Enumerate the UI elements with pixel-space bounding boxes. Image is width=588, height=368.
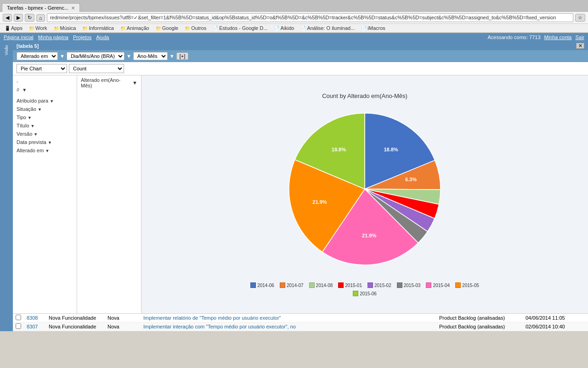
my-account-link[interactable]: Minha conta [544, 34, 572, 40]
app-header: Página inicial Minha página Projetos Aju… [0, 33, 588, 41]
nav-projects[interactable]: Projetos [73, 34, 91, 40]
bookmark-musica[interactable]: 📁 Música [52, 25, 78, 31]
filter-period-select[interactable]: Ano-Mês [133, 52, 168, 60]
label-2015-04: 21.9% [362, 233, 376, 238]
tab-title: Tarefas - bpmex - Gerenc... [7, 5, 68, 11]
chart-type-select[interactable]: Pie Chart Bar Chart Line Chart [17, 64, 67, 73]
table-label: [tabela 5] [17, 43, 39, 49]
legend-item-2014-06: 2014-06 [250, 282, 274, 288]
bookmark-aikido[interactable]: 📄 Aikido [272, 25, 296, 31]
legend-item-2015-03: 2015-03 [397, 282, 421, 288]
filter-hash[interactable]: # ▼ [13, 86, 77, 94]
filter-date-format-select[interactable]: Dia/Mês/Ano (BRA) [67, 52, 124, 60]
filter-versao[interactable]: Versão ▼ [13, 130, 77, 138]
legend-item-2014-08: 2014-08 [309, 282, 333, 288]
row-subject[interactable]: Implementar relatório de "Tempo médio po… [143, 315, 435, 321]
legend-label-2015-05: 2015-05 [462, 283, 479, 288]
table-row: 8308 Nova Funcionalidade Nova Implementa… [13, 314, 588, 322]
add-filter-btn[interactable]: [+] [176, 52, 189, 60]
row-subject[interactable]: Implementar interação com "Tempo médio p… [143, 324, 435, 329]
bookmark-imacros[interactable]: 📄 iMacros [359, 25, 387, 31]
row-type: Nova Funcionalidade [49, 324, 104, 329]
forward-btn[interactable]: ▶ [14, 14, 23, 22]
bookmark-apps[interactable]: 📱 Apps [3, 25, 24, 31]
tab-close-btn[interactable]: ✕ [71, 6, 75, 11]
left-sidebar: Visão [0, 41, 13, 331]
bookmark-google[interactable]: 📁 Google [154, 25, 180, 31]
column-label: Alterado em(Ano-Mês) [81, 77, 131, 88]
row-checkbox[interactable] [16, 323, 21, 329]
legend-color-2014-06 [250, 282, 256, 288]
refresh-btn[interactable]: ↻ [25, 14, 34, 22]
filter-dash[interactable]: - [13, 77, 77, 86]
filter-situacao[interactable]: Situação ▼ [13, 105, 77, 113]
app-nav: Página inicial Minha página Projetos Aju… [4, 34, 109, 40]
legend-label-2015-01: 2015-01 [345, 283, 362, 288]
legend-label-2015-06: 2015-06 [360, 291, 377, 296]
column-header[interactable]: Alterado em(Ano-Mês) ▼ [81, 77, 137, 88]
legend-label-2014-06: 2014-06 [257, 283, 274, 288]
row-category: Product Backlog (analisadas) [439, 315, 522, 321]
filter-data-prevista[interactable]: Data prevista ▼ [13, 138, 77, 146]
filter-op2: ▼ [126, 53, 131, 59]
left-filter-list: - # ▼ Atribuído para ▼ Situação ▼ Tipo ▼… [13, 75, 77, 313]
filter-atribuido[interactable]: Atribuído para ▼ [13, 97, 77, 105]
filter-op3: ▼ [170, 53, 175, 59]
legend-label-2015-02: 2015-02 [374, 283, 391, 288]
row-id[interactable]: 8308 [27, 315, 45, 321]
bookmark-informatica[interactable]: 📁 Informática [80, 25, 115, 31]
legend-label-2015-03: 2015-03 [404, 283, 421, 288]
legend-color-2015-05 [455, 282, 461, 288]
label-2015-06: 18.8% [332, 147, 346, 152]
star-btn[interactable]: ☆ [575, 14, 585, 22]
column-area: Alterado em(Ano-Mês) ▼ [77, 75, 141, 313]
bookmark-analise[interactable]: 📄 Análise: O iluminad... [299, 25, 356, 31]
bookmark-estudos[interactable]: 📄 Estudos - Google D... [211, 25, 269, 31]
legend-color-2015-03 [397, 282, 402, 288]
logout-link[interactable]: Sair [575, 34, 584, 40]
legend-color-2015-02 [368, 282, 373, 288]
nav-help[interactable]: Ajuda [96, 34, 109, 40]
app-header-right: Acessando como: 7713 Minha conta Sair [488, 34, 584, 40]
active-tab[interactable]: Tarefas - bpmex - Gerenc... ✕ [2, 3, 80, 12]
bookmarks-bar: 📱 Apps 📁 Work 📁 Música 📁 Informática 📁 A… [0, 24, 588, 33]
pie-chart-real: 18.8%6.3%21.9%21.9%18.8% [268, 104, 461, 279]
chart-title: Count by Alterado em(Ano-Mês) [322, 92, 407, 99]
column-arrow: ▼ [132, 80, 137, 86]
bookmark-work[interactable]: 📁 Work [27, 25, 49, 31]
legend-item-2015-05: 2015-05 [455, 282, 479, 288]
legend-color-2014-08 [309, 282, 315, 288]
filter-op: ▼ [60, 53, 65, 59]
chart-value-select[interactable]: Count Sum Average [69, 64, 124, 73]
browser-chrome: Tarefas - bpmex - Gerenc... ✕ ◀ ▶ ↻ ⌂ re… [0, 0, 588, 33]
row-status: Nova [107, 315, 140, 321]
row-id[interactable]: 8307 [27, 324, 45, 329]
chart-legend: 2014-062014-072014-082015-012015-022015-… [250, 282, 480, 296]
label-2014-07: 6.3% [405, 177, 417, 182]
nav-home[interactable]: Página inicial [4, 34, 34, 40]
row-date: 04/06/2014 11:05 [526, 315, 585, 321]
filter-altado-select[interactable]: Alterado em [17, 52, 58, 60]
legend-label-2015-04: 2015-04 [433, 283, 450, 288]
row-status: Nova [107, 324, 140, 329]
legend-color-2015-06 [353, 291, 358, 296]
home-btn[interactable]: ⌂ [36, 14, 45, 22]
row-date: 02/06/2014 10:40 [526, 324, 585, 329]
label-2014-06: 18.8% [384, 147, 398, 152]
back-btn[interactable]: ◀ [3, 14, 12, 22]
close-panel-btn[interactable]: ✕ [576, 43, 584, 49]
filter-alterado-em[interactable]: Alterado em ▼ [13, 146, 77, 155]
nav-mypage[interactable]: Minha página [38, 34, 68, 40]
legend-item-2014-07: 2014-07 [280, 282, 304, 288]
row-type: Nova Funcionalidade [49, 315, 104, 321]
filter-titulo[interactable]: Título ▼ [13, 121, 77, 130]
bottom-table: 8308 Nova Funcionalidade Nova Implementa… [13, 313, 588, 331]
bookmark-animacao[interactable]: 📁 Animação [119, 25, 151, 31]
sidebar-visao[interactable]: Visão [3, 43, 10, 57]
table-row: 8307 Nova Funcionalidade Nova Implementa… [13, 322, 588, 331]
row-checkbox[interactable] [16, 315, 21, 320]
chart-container: Count by Alterado em(Ano-Mês) 18.8%6.3%2… [141, 75, 588, 313]
filter-tipo[interactable]: Tipo ▼ [13, 113, 77, 121]
address-bar[interactable]: redmine/projects/bpmex/issues?utf8=✓&set… [47, 13, 573, 22]
bookmark-outros[interactable]: 📁 Outros [183, 25, 208, 31]
